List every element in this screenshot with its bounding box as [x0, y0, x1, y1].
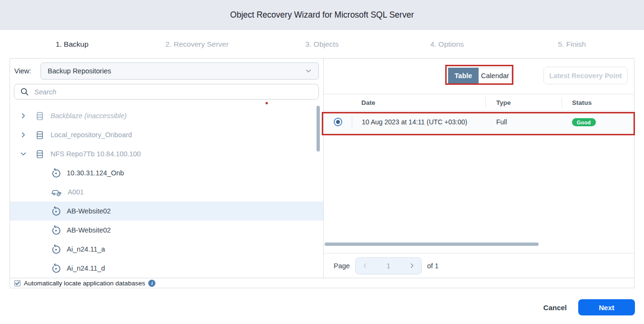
tree-item-label: 10.30.31.124_Onb [67, 169, 124, 177]
tree-item-label: Local_repository_Onboard [51, 131, 132, 139]
auto-locate-label: Automatically locate application databas… [24, 280, 145, 287]
table-view-button[interactable]: Table [448, 68, 479, 84]
page-label: Page [334, 262, 350, 270]
total-pages-label: of 1 [427, 262, 439, 270]
tree-item-nfs-repo[interactable]: NFS Repo7Tb 10.84.100.100 [10, 144, 323, 163]
row-divider [352, 115, 352, 129]
footer-actions: Cancel Next [543, 299, 635, 315]
recovery-points-pane: Table Calendar Latest Recovery Point Dat… [324, 59, 634, 278]
info-icon[interactable]: i [148, 280, 155, 287]
view-dropdown-value: Backup Repositories [48, 67, 111, 75]
auto-locate-checkbox[interactable] [14, 280, 20, 286]
column-header-status: Status [562, 94, 634, 111]
next-page-icon[interactable] [409, 263, 415, 269]
recovery-point-radio[interactable] [334, 118, 342, 126]
pager-control: 1 [355, 257, 422, 274]
backup-recovery-point-icon [51, 168, 61, 178]
tree-item-backup[interactable]: AB-Website02 [10, 221, 323, 240]
chevron-right-icon[interactable] [20, 112, 28, 119]
repository-icon [35, 130, 45, 140]
step-options[interactable]: 4. Options [385, 30, 510, 58]
tree-item-local-repository[interactable]: Local_repository_Onboard [10, 125, 323, 144]
recovery-point-date: 10 Aug 2023 at 14:11 (UTC +03:00) [362, 118, 467, 126]
wizard-steps: 1. Backup 2. Recovery Server 3. Objects … [10, 30, 634, 58]
recovery-point-type: Full [485, 118, 562, 126]
recovery-points-toolbar: Table Calendar Latest Recovery Point [324, 59, 634, 94]
tree-item-backup-selected[interactable]: AB-Website02 [10, 202, 323, 221]
next-button[interactable]: Next [578, 299, 635, 315]
search-icon [20, 87, 29, 96]
status-badge: Good [572, 118, 596, 126]
repository-icon [35, 111, 45, 121]
backup-recovery-point-icon [51, 263, 61, 273]
tree-item-machine[interactable]: A001 [10, 182, 323, 202]
view-label: View: [14, 67, 41, 75]
cell-status: Good [562, 118, 634, 126]
machine-gear-icon [51, 187, 62, 197]
tree-item-label: AB-Website02 [67, 226, 111, 234]
tree-item-backup[interactable]: 10.30.31.124_Onb [10, 163, 323, 182]
chevron-right-icon[interactable] [20, 132, 28, 138]
tree-item-label: A001 [68, 188, 84, 196]
titlebar: Object Recovery Wizard for Microsoft SQL… [0, 0, 644, 30]
backup-recovery-point-icon [51, 225, 61, 235]
tree-item-label: Ai_n24.11_d [67, 264, 105, 272]
column-header-type: Type [485, 94, 562, 111]
step-finish[interactable]: 5. Finish [510, 30, 634, 58]
backup-recovery-point-icon [51, 244, 61, 254]
tree-item-backup[interactable]: Ai_n24.11_d [10, 259, 323, 278]
options-strip: Automatically locate application databas… [10, 278, 634, 288]
main-content-box: View: Backup Repositories [10, 58, 634, 288]
tree-item-backblaze[interactable]: Backblaze (inaccessible) [10, 106, 323, 125]
cursor-annotation-dot [266, 102, 268, 104]
page-title: Object Recovery Wizard for Microsoft SQL… [230, 10, 414, 20]
repository-icon [35, 149, 45, 159]
tree-item-label: Ai_n24.11_a [67, 245, 105, 253]
backup-recovery-point-icon [51, 206, 61, 216]
repository-tree: Backblaze (inaccessible) Local_repositor… [10, 106, 323, 278]
tree-item-backup[interactable]: Ai_n24.11_a [10, 240, 323, 259]
step-backup[interactable]: 1. Backup [10, 30, 134, 58]
table-horizontal-scrollbar[interactable] [325, 243, 539, 246]
view-dropdown[interactable]: Backup Repositories [41, 62, 319, 80]
search-box [14, 84, 319, 100]
recovery-points-table-header: Date Type Status [324, 94, 634, 111]
calendar-view-button[interactable]: Calendar [479, 68, 512, 84]
view-mode-toggle: Table Calendar [448, 68, 512, 84]
recovery-point-row[interactable]: 10 Aug 2023 at 14:11 (UTC +03:00) Full G… [324, 111, 634, 133]
previous-page-icon[interactable] [362, 263, 368, 269]
wizard-window: Object Recovery Wizard for Microsoft SQL… [0, 0, 644, 324]
tree-vertical-scrollbar[interactable] [317, 106, 320, 152]
chevron-down-icon[interactable] [20, 151, 28, 157]
column-header-date: Date [324, 99, 485, 106]
cancel-button[interactable]: Cancel [543, 304, 567, 312]
chevron-down-icon [305, 68, 312, 74]
tree-item-label: NFS Repo7Tb 10.84.100.100 [51, 150, 141, 158]
backup-browser-pane: View: Backup Repositories [10, 59, 324, 278]
view-row: View: Backup Repositories [14, 62, 319, 80]
latest-recovery-point-button[interactable]: Latest Recovery Point [543, 67, 628, 84]
tree-item-label: AB-Website02 [67, 207, 111, 215]
tree-item-label: Backblaze (inaccessible) [51, 112, 127, 120]
search-input[interactable] [34, 88, 318, 96]
current-page-number: 1 [387, 262, 390, 270]
step-recovery-server[interactable]: 2. Recovery Server [134, 30, 259, 58]
cell-date: 10 Aug 2023 at 14:11 (UTC +03:00) [324, 115, 485, 129]
step-objects[interactable]: 3. Objects [259, 30, 384, 58]
pagination-bar: Page 1 of 1 [324, 253, 634, 278]
